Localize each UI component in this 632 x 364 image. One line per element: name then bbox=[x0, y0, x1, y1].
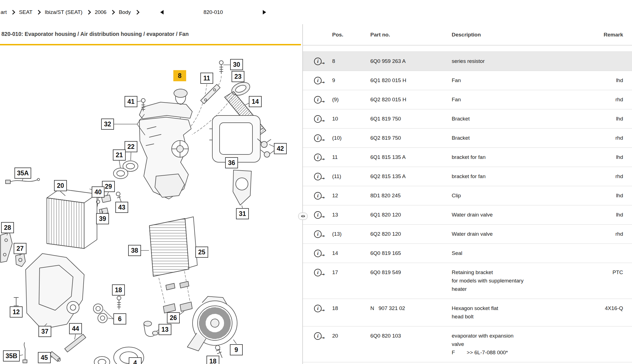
table-row[interactable]: i→96Q1 820 015 HFanlhd bbox=[303, 71, 632, 90]
info-icon[interactable]: i→ bbox=[314, 250, 322, 257]
info-icon[interactable]: i→ bbox=[314, 154, 322, 161]
diagram-callout-38[interactable]: 38 bbox=[128, 245, 141, 256]
table-row[interactable]: i→(10)6Q2 819 750Bracketrhd bbox=[303, 129, 632, 148]
diagram-callout-12[interactable]: 12 bbox=[10, 306, 23, 318]
diagram-callout-40[interactable]: 40 bbox=[92, 186, 104, 198]
info-glyph: i bbox=[317, 136, 319, 141]
breadcrumb-item[interactable]: art bbox=[1, 9, 7, 15]
row-remark: rhd bbox=[594, 230, 632, 238]
breadcrumb-item[interactable]: Body bbox=[119, 9, 131, 15]
info-icon[interactable]: i→ bbox=[314, 332, 322, 340]
diagram-callout-6[interactable]: 6 bbox=[113, 313, 126, 324]
diagram-callout-26[interactable]: 26 bbox=[167, 312, 180, 323]
info-glyph: i bbox=[317, 59, 319, 64]
table-row[interactable]: i→128D1 820 245Cliplhd bbox=[303, 186, 632, 205]
diagram-callout-41[interactable]: 41 bbox=[125, 96, 137, 107]
panel-resize-handle[interactable] bbox=[298, 213, 308, 220]
info-icon[interactable]: i→ bbox=[314, 77, 322, 84]
row-part-no: 6Q0 820 103 bbox=[370, 332, 452, 340]
breadcrumb-item[interactable]: SEAT bbox=[19, 9, 32, 15]
info-glyph: i bbox=[317, 78, 319, 83]
info-icon[interactable]: i→ bbox=[314, 134, 322, 142]
info-glyph: i bbox=[317, 270, 319, 275]
chevron-right-icon bbox=[135, 10, 139, 14]
chevron-right-icon bbox=[36, 10, 41, 14]
table-row[interactable]: i→146Q0 819 165Seal bbox=[303, 244, 632, 263]
info-icon[interactable]: i→ bbox=[314, 115, 322, 123]
info-glyph: i bbox=[317, 155, 319, 160]
diagram-callout-23[interactable]: 23 bbox=[232, 71, 244, 82]
diagram-callout-27[interactable]: 27 bbox=[14, 243, 26, 254]
diagram-callout-20[interactable]: 20 bbox=[54, 180, 67, 191]
row-pos: 14 bbox=[331, 249, 370, 257]
header-description: Description bbox=[452, 32, 594, 38]
info-icon[interactable]: i→ bbox=[314, 269, 322, 276]
diagram-callout-32[interactable]: 32 bbox=[101, 119, 114, 130]
info-icon[interactable]: i→ bbox=[314, 230, 322, 238]
table-row[interactable]: i→116Q1 815 135 Abracket for fanlhd bbox=[303, 148, 632, 167]
table-row[interactable]: i→136Q1 820 120Water drain valvelhd bbox=[303, 205, 632, 225]
table-row[interactable]: i→86Q0 959 263 Aseries resistor bbox=[303, 52, 632, 71]
row-part-no: 6Q1 820 015 H bbox=[370, 76, 452, 85]
info-icon[interactable]: i→ bbox=[314, 305, 322, 312]
breadcrumb-item[interactable]: Ibiza/ST (SEAT) bbox=[45, 9, 82, 15]
table-row[interactable]: i→176Q0 819 549Retaining bracketfor mode… bbox=[303, 263, 632, 299]
prev-group-arrow-icon[interactable] bbox=[160, 10, 164, 14]
table-row[interactable]: i→106Q1 819 750Bracketlhd bbox=[303, 109, 632, 129]
row-description: Bracket bbox=[452, 115, 594, 123]
breadcrumb-item[interactable]: 2006 bbox=[95, 9, 106, 15]
info-arrow-icon: → bbox=[321, 306, 325, 314]
diagram-callout-18[interactable]: 18 bbox=[206, 356, 219, 364]
diagram-callout-21[interactable]: 21 bbox=[113, 149, 126, 161]
info-icon[interactable]: i→ bbox=[314, 173, 322, 180]
diagram-callout-44[interactable]: 44 bbox=[69, 323, 82, 334]
diagram-callout-37[interactable]: 37 bbox=[38, 326, 51, 337]
row-remark: lhd bbox=[594, 76, 632, 85]
diagram-callout-4[interactable]: 4 bbox=[129, 357, 142, 364]
diagram-callout-36[interactable]: 36 bbox=[225, 157, 238, 168]
chevron-right-icon bbox=[110, 10, 115, 14]
diagram-callout-43[interactable]: 43 bbox=[115, 202, 128, 213]
row-description: Fan bbox=[452, 76, 594, 85]
row-part-no: 6Q0 819 549 bbox=[370, 268, 452, 277]
diagram-callout-18[interactable]: 18 bbox=[112, 284, 125, 296]
diagram-callout-35B[interactable]: 35B bbox=[3, 350, 20, 361]
chevron-right-icon bbox=[86, 10, 91, 14]
diagram-callout-35A[interactable]: 35A bbox=[14, 168, 31, 179]
info-icon[interactable]: i→ bbox=[314, 96, 322, 104]
info-icon[interactable]: i→ bbox=[314, 211, 322, 219]
row-description: Clip bbox=[452, 191, 594, 200]
diagram-callout-45[interactable]: 45 bbox=[38, 352, 51, 363]
info-icon[interactable]: i→ bbox=[314, 192, 322, 200]
diagram-callout-11[interactable]: 11 bbox=[200, 73, 213, 84]
info-icon[interactable]: i→ bbox=[314, 58, 322, 65]
table-row[interactable]: i→(11)6Q2 815 135 Abracket for fanrhd bbox=[303, 167, 632, 186]
diagram-callout-28[interactable]: 28 bbox=[1, 222, 14, 233]
table-row[interactable]: i→(9)6Q2 820 015 HFanrhd bbox=[303, 90, 632, 109]
diagram-callout-42[interactable]: 42 bbox=[274, 143, 287, 154]
diagram-callout-13[interactable]: 13 bbox=[159, 324, 171, 335]
row-description: Fan bbox=[452, 95, 594, 104]
diagram-callout-8[interactable]: 8 bbox=[173, 70, 186, 81]
diagram-callout-9[interactable]: 9 bbox=[230, 344, 243, 355]
row-description: series resistor bbox=[452, 57, 594, 65]
table-row[interactable]: i→18N 907 321 02Hexagon socket flathead … bbox=[303, 299, 632, 326]
info-glyph: i bbox=[317, 334, 319, 338]
row-icon-cell: i→ bbox=[303, 304, 331, 312]
header-part-no: Part no. bbox=[370, 32, 452, 38]
diagram-callout-39[interactable]: 39 bbox=[96, 213, 109, 224]
diagram-callout-30[interactable]: 30 bbox=[230, 59, 243, 70]
row-part-no: 6Q2 819 750 bbox=[370, 134, 452, 142]
diagram-callout-31[interactable]: 31 bbox=[236, 208, 249, 219]
diagram-callout-25[interactable]: 25 bbox=[195, 247, 208, 258]
next-group-arrow-icon[interactable] bbox=[263, 10, 266, 14]
info-glyph: i bbox=[317, 232, 319, 237]
diagram-callout-14[interactable]: 14 bbox=[249, 96, 262, 107]
row-pos: (9) bbox=[331, 95, 370, 104]
diagram-callout-22[interactable]: 22 bbox=[125, 141, 137, 152]
info-arrow-icon: → bbox=[321, 117, 325, 125]
row-pos: (10) bbox=[331, 134, 370, 142]
table-row[interactable]: i→206Q0 820 103evaporator with expansion… bbox=[303, 326, 632, 362]
table-row[interactable]: i→(13)6Q2 820 120Water drain valverhd bbox=[303, 225, 632, 244]
row-part-no: 6Q0 819 165 bbox=[370, 249, 452, 257]
